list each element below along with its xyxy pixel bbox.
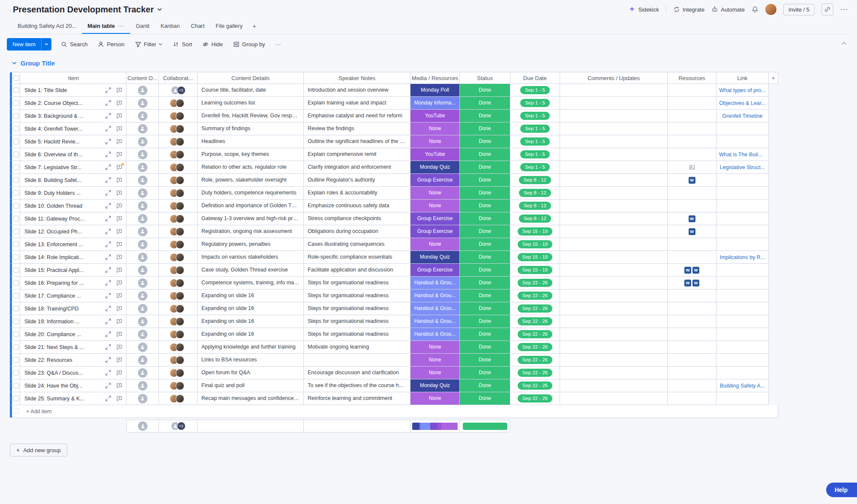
status-cell[interactable]: Done — [460, 392, 510, 405]
checkbox[interactable] — [13, 190, 19, 196]
checkbox[interactable] — [13, 203, 19, 209]
sidekick-button[interactable]: Sidekick — [629, 6, 659, 13]
comments-cell[interactable] — [560, 341, 668, 354]
content-owner-cell[interactable] — [126, 328, 159, 341]
due-date-cell[interactable]: Sep 1 - 5 — [510, 135, 560, 148]
item-name[interactable]: Slide 10: Golden Thread — [24, 203, 102, 209]
due-date-cell[interactable]: Sep 1 - 5 — [510, 148, 560, 161]
content-owner-cell[interactable] — [126, 341, 159, 354]
content-owner-cell[interactable] — [126, 84, 159, 97]
row-checkbox-cell[interactable] — [10, 315, 20, 328]
media-cell[interactable]: None — [411, 238, 460, 251]
comments-cell[interactable] — [560, 354, 668, 367]
item-cell[interactable]: Slide 16: Preparing for ... — [20, 277, 126, 289]
resources-cell[interactable] — [668, 328, 716, 341]
link-cell[interactable] — [716, 392, 769, 405]
item-cell[interactable]: Slide 2: Course Object... — [20, 97, 126, 110]
due-date-pill[interactable]: Sep 22 - 26 — [518, 343, 552, 351]
media-cell[interactable]: Monday Poll — [411, 84, 460, 97]
item-name[interactable]: Slide 21: Next Steps & ... — [24, 344, 102, 350]
add-conversation-icon[interactable] — [116, 215, 123, 222]
collaborators-cell[interactable]: +3 — [159, 122, 198, 135]
row-checkbox-cell[interactable] — [10, 392, 20, 405]
item-name[interactable]: Slide 5: Hackitt Revie... — [24, 139, 102, 145]
status-cell[interactable]: Done — [460, 289, 510, 302]
link-cell[interactable] — [716, 315, 769, 328]
collaborator-avatar[interactable] — [176, 137, 184, 146]
add-conversation-icon[interactable] — [116, 370, 123, 376]
speaker-notes-cell[interactable]: Obligations during occupation — [304, 225, 411, 238]
expand-item-icon[interactable] — [105, 151, 111, 158]
link-cell[interactable] — [716, 225, 769, 238]
checkbox[interactable] — [13, 306, 19, 311]
media-summary-segment[interactable] — [414, 423, 420, 430]
checkbox[interactable] — [13, 113, 19, 119]
comments-cell[interactable] — [560, 238, 668, 251]
due-date-cell[interactable]: Sep 22 - 26 — [510, 302, 560, 315]
item-name[interactable]: Slide 12: Occupied Ph... — [24, 229, 102, 235]
content-details-cell[interactable]: Registration, ongoing risk assessment — [198, 225, 304, 238]
checkbox[interactable] — [13, 229, 19, 234]
user-avatar[interactable] — [765, 4, 776, 15]
content-details-cell[interactable]: Summary of findings — [198, 122, 304, 135]
resources-cell[interactable] — [668, 379, 716, 392]
row-checkbox-cell[interactable] — [10, 97, 20, 110]
resources-cell[interactable] — [668, 315, 716, 328]
column-header-content-owner[interactable]: Content O... — [126, 72, 159, 84]
link-text[interactable]: What is The Buildi... — [716, 152, 768, 158]
content-owner-cell[interactable] — [126, 379, 159, 392]
column-header-content-details[interactable]: Content Details — [198, 72, 304, 84]
row-checkbox-cell[interactable] — [10, 110, 20, 122]
checkbox[interactable] — [13, 280, 19, 286]
collaborator-avatar[interactable] — [176, 266, 184, 274]
copy-link-button[interactable] — [821, 3, 833, 15]
speaker-notes-cell[interactable]: Cases illustrating consequences — [304, 238, 411, 251]
item-name[interactable]: Slide 23: Q&A / Discus... — [24, 370, 102, 376]
link-cell[interactable] — [716, 367, 769, 379]
expand-item-icon[interactable] — [105, 318, 111, 325]
link-cell[interactable]: What types of pro... — [716, 84, 769, 97]
resources-cell[interactable] — [668, 84, 716, 97]
content-details-cell[interactable]: Duty holders, competence requirements — [198, 187, 304, 200]
filter-button[interactable]: Filter — [131, 38, 167, 51]
media-cell[interactable]: Handout & Grou... — [411, 302, 460, 315]
due-date-cell[interactable]: Sep 22 - 26 — [510, 289, 560, 302]
item-cell[interactable]: Slide 19: Information ... — [20, 315, 126, 328]
item-name[interactable]: Slide 4: Grenfell Tower... — [24, 126, 102, 132]
expand-item-icon[interactable] — [105, 267, 111, 273]
add-conversation-icon[interactable] — [116, 203, 123, 209]
item-name[interactable]: Slide 20: Compliance ... — [24, 331, 102, 337]
add-conversation-icon[interactable] — [116, 382, 123, 389]
row-checkbox-cell[interactable] — [10, 122, 20, 135]
link-cell[interactable] — [716, 289, 769, 302]
checkbox[interactable] — [13, 396, 19, 401]
speaker-notes-cell[interactable]: Explain roles & accountability — [304, 187, 411, 200]
speaker-notes-cell[interactable]: Stress compliance checkpoints — [304, 212, 411, 225]
comments-cell[interactable] — [560, 289, 668, 302]
column-header-item[interactable]: Item — [20, 72, 126, 84]
add-item-row[interactable]: + Add item — [10, 405, 778, 418]
content-owner-cell[interactable] — [126, 367, 159, 379]
resources-cell[interactable] — [668, 354, 716, 367]
comments-cell[interactable] — [560, 367, 668, 379]
tab-gantt[interactable]: Gantt — [130, 19, 155, 34]
due-date-pill[interactable]: Sep 22 - 26 — [518, 292, 552, 300]
due-date-cell[interactable]: Sep 8 - 12 — [510, 187, 560, 200]
toolbar-more-button[interactable]: ··· — [271, 38, 285, 51]
collaborators-cell[interactable]: +3 — [159, 148, 198, 161]
add-conversation-icon[interactable] — [116, 164, 123, 170]
row-checkbox-cell[interactable] — [10, 277, 20, 289]
add-new-group-button[interactable]: + Add new group — [10, 444, 67, 456]
resources-cell[interactable] — [668, 122, 716, 135]
row-checkbox-cell[interactable] — [10, 174, 20, 187]
add-conversation-icon[interactable] — [116, 357, 123, 363]
link-cell[interactable] — [716, 122, 769, 135]
due-date-pill[interactable]: Sep 22 - 26 — [518, 317, 552, 325]
item-name[interactable]: Slide 17: Compliance ... — [24, 293, 102, 299]
comments-cell[interactable] — [560, 200, 668, 212]
checkbox[interactable] — [13, 242, 19, 247]
comments-cell[interactable] — [560, 84, 668, 97]
status-summary-bar[interactable] — [463, 423, 507, 430]
new-item-button[interactable]: New item — [7, 38, 51, 51]
due-date-pill[interactable]: Sep 1 - 5 — [520, 99, 550, 107]
